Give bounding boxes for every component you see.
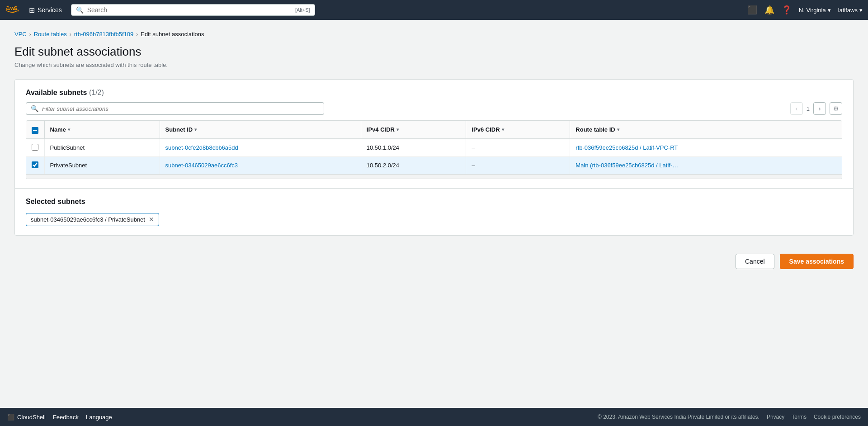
header-checkbox-indeterminate[interactable] [32, 127, 38, 134]
sort-subnet-id-icon[interactable]: ▾ [194, 127, 197, 132]
user-menu[interactable]: latifaws ▾ [838, 7, 863, 14]
subnet-tag-label-0: subnet-03465029ae6cc6fc3 / PrivateSubnet [31, 216, 145, 223]
breadcrumb-rtb-id[interactable]: rtb-096b7813fbfb5f109 [74, 31, 134, 38]
col-header-subnet-id: Subnet ID ▾ [160, 121, 361, 139]
subnet-tag-0: subnet-03465029ae6cc6fc3 / PrivateSubnet… [26, 213, 159, 226]
table-row[interactable]: PrivateSubnet subnet-03465029ae6cc6fc3 1… [26, 156, 842, 174]
row-subnet-id-1[interactable]: subnet-0cfe2d8b8cbb6a5dd [160, 139, 361, 157]
user-chevron: ▾ [859, 7, 863, 14]
grid-icon: ⊞ [29, 6, 35, 14]
bell-icon[interactable]: 🔔 [764, 5, 774, 15]
pagination-prev-btn[interactable]: ‹ [790, 102, 803, 115]
row-route-table-1[interactable]: rtb-036f59ee25cb6825d / Latif-VPC-RT [570, 139, 842, 157]
breadcrumb-sep-2: › [70, 31, 71, 38]
search-shortcut: [Alt+S] [295, 7, 310, 13]
selected-subnets-section: Selected subnets subnet-03465029ae6cc6fc… [15, 188, 853, 235]
search-input[interactable] [87, 6, 292, 14]
region-label: N. Virginia [799, 7, 826, 14]
row-route-table-2[interactable]: Main (rtb-036f59ee25cb6825d / Latif-… [570, 156, 842, 174]
search-icon: 🔍 [76, 6, 84, 14]
user-label: latifaws [838, 7, 858, 14]
row-checkbox-cell-1[interactable] [26, 139, 44, 157]
col-header-ipv6: IPv6 CIDR ▾ [466, 121, 570, 139]
region-selector[interactable]: N. Virginia ▾ [799, 7, 831, 14]
search-bar[interactable]: 🔍 [Alt+S] [71, 4, 315, 16]
breadcrumb-vpc[interactable]: VPC [14, 31, 27, 38]
card-inner: Available subnets (1/2) 🔍 ‹ 1 › ⚙ [15, 80, 853, 188]
main-card: Available subnets (1/2) 🔍 ‹ 1 › ⚙ [14, 79, 854, 236]
cloudshell-icon[interactable]: ⬛ [747, 5, 757, 15]
selected-subnets-title: Selected subnets [26, 198, 842, 206]
top-navigation: ⊞ Services 🔍 [Alt+S] ⬛ 🔔 ❓ N. Virginia ▾… [0, 0, 868, 20]
row-subnet-id-2[interactable]: subnet-03465029ae6cc6fc3 [160, 156, 361, 174]
subnet-tag-remove-0[interactable]: ✕ [149, 216, 154, 222]
main-content: VPC › Route tables › rtb-096b7813fbfb5f1… [0, 20, 868, 408]
row-ipv4-1: 10.50.1.0/24 [361, 139, 466, 157]
table-row[interactable]: PublicSubnet subnet-0cfe2d8b8cbb6a5dd 10… [26, 139, 842, 157]
breadcrumb-route-tables[interactable]: Route tables [34, 31, 67, 38]
save-associations-button[interactable]: Save associations [780, 254, 854, 269]
page-subtitle: Change which subnets are associated with… [14, 62, 854, 68]
filter-subnet-input[interactable] [42, 105, 319, 112]
col-header-route-table: Route table ID ▾ [570, 121, 842, 139]
actions-bar: Cancel Save associations [14, 246, 854, 276]
pagination-next-btn[interactable]: › [813, 102, 826, 115]
row-name-2: PrivateSubnet [44, 156, 160, 174]
subnets-header: Available subnets (1/2) [26, 89, 842, 97]
sort-name-icon[interactable]: ▾ [68, 127, 70, 132]
row-checkbox-2[interactable] [32, 161, 38, 168]
column-settings-btn[interactable]: ⚙ [830, 102, 842, 115]
horizontal-scrollbar[interactable] [26, 174, 842, 179]
subnets-title: Available subnets (1/2) [26, 89, 104, 97]
page-title: Edit subnet associations [14, 45, 854, 59]
breadcrumb: VPC › Route tables › rtb-096b7813fbfb5f1… [14, 31, 854, 38]
cancel-button[interactable]: Cancel [736, 254, 774, 269]
row-ipv6-1: – [466, 139, 570, 157]
header-checkbox-col[interactable] [26, 121, 44, 139]
sort-ipv6-icon[interactable]: ▾ [502, 127, 504, 132]
row-checkbox-cell-2[interactable] [26, 156, 44, 174]
sort-ipv4-icon[interactable]: ▾ [396, 127, 399, 132]
row-ipv4-2: 10.50.2.0/24 [361, 156, 466, 174]
help-icon[interactable]: ❓ [782, 5, 792, 15]
services-menu[interactable]: ⊞ Services [25, 4, 66, 16]
pagination-controls: ‹ 1 › ⚙ [790, 102, 842, 115]
breadcrumb-sep-3: › [136, 31, 138, 38]
breadcrumb-sep-1: › [29, 31, 31, 38]
subnets-count: (1/2) [89, 89, 104, 96]
filter-input-wrap[interactable]: 🔍 [26, 102, 324, 115]
services-label: Services [38, 6, 62, 14]
table-header-row: Name ▾ Subnet ID ▾ [26, 121, 842, 139]
filter-search-icon: 🔍 [31, 105, 38, 112]
col-header-name: Name ▾ [44, 121, 160, 139]
sort-route-table-icon[interactable]: ▾ [617, 127, 619, 132]
subnets-table: Name ▾ Subnet ID ▾ [26, 121, 842, 174]
breadcrumb-current: Edit subnet associations [141, 31, 204, 38]
filter-row: 🔍 ‹ 1 › ⚙ [26, 102, 842, 115]
region-chevron: ▾ [828, 7, 831, 14]
row-checkbox-1[interactable] [32, 144, 38, 151]
col-header-ipv4: IPv4 CIDR ▾ [361, 121, 466, 139]
aws-logo[interactable] [5, 3, 20, 17]
pagination-page: 1 [807, 105, 810, 112]
row-ipv6-2: – [466, 156, 570, 174]
subnets-table-wrap: Name ▾ Subnet ID ▾ [26, 120, 842, 179]
nav-right: ⬛ 🔔 ❓ N. Virginia ▾ latifaws ▾ [747, 5, 863, 15]
row-name-1: PublicSubnet [44, 139, 160, 157]
